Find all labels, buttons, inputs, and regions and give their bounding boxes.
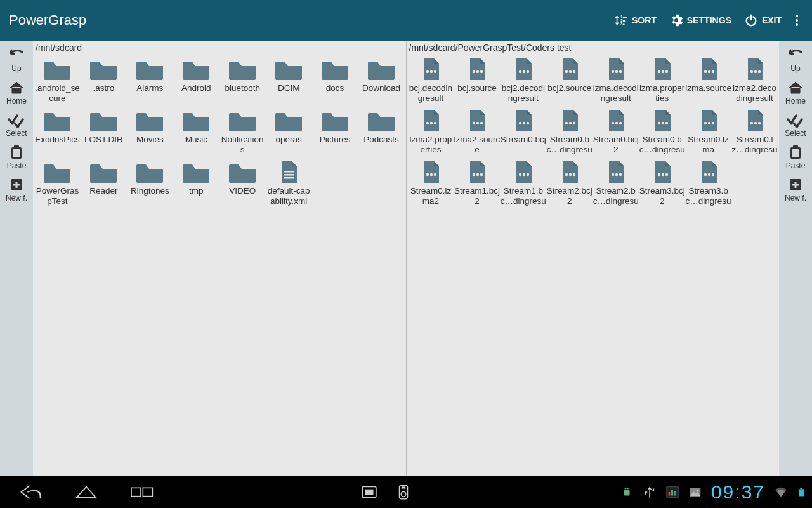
sidebar-label: New f. xyxy=(6,194,27,203)
folder-item[interactable]: Notifications xyxy=(219,105,266,157)
file-item[interactable]: Stream2.bc…dingresult xyxy=(593,157,639,208)
file-item[interactable]: Stream1.bcj2 xyxy=(454,157,500,208)
folder-item[interactable]: DCIM xyxy=(266,54,312,105)
item-label: lzma.source xyxy=(685,83,731,93)
sidebar-select-button[interactable]: Select xyxy=(0,109,33,142)
svg-point-59 xyxy=(665,122,667,124)
file-item[interactable]: bcj2.source xyxy=(546,54,593,105)
svg-point-49 xyxy=(523,122,525,124)
file-item[interactable]: Stream0.lzma xyxy=(685,105,731,157)
file-item[interactable]: lzma.decodingresult xyxy=(593,54,639,105)
file-item[interactable]: Stream0.bc…dingresult xyxy=(639,105,685,157)
item-label: bluetooth xyxy=(219,83,266,93)
item-label: operas xyxy=(266,135,312,145)
file-item[interactable]: Stream0.bcj2 xyxy=(593,105,639,157)
file-item[interactable]: Stream3.bcj2 xyxy=(639,157,685,208)
file-item[interactable]: lzma2.properties xyxy=(408,105,454,157)
file-item[interactable]: Stream3.bc…dingresult xyxy=(685,157,731,208)
folder-item[interactable]: .astro xyxy=(81,54,127,105)
folder-icon xyxy=(318,107,352,135)
folder-item[interactable]: VIDEO xyxy=(219,157,266,208)
screenshot-icon[interactable] xyxy=(361,484,377,500)
folder-item[interactable]: Download xyxy=(358,54,405,105)
svg-rect-98 xyxy=(624,490,629,495)
file-item[interactable]: bcj.source xyxy=(454,54,500,105)
folder-item[interactable]: Ringtones xyxy=(127,157,173,208)
right-grid: bcj.decodingresultbcj.sourcebcj2.decodin… xyxy=(407,54,780,476)
folder-item[interactable]: .android_secure xyxy=(34,54,81,105)
settings-button[interactable]: SETTINGS xyxy=(663,10,738,31)
file-item[interactable]: Stream1.bc…dingresult xyxy=(500,157,546,208)
folder-item[interactable]: PowerGraspTest xyxy=(34,157,81,208)
file-item[interactable]: Stream0.bcj xyxy=(500,105,546,157)
left-grid: .android_secure.astroAlarmsAndroidblueto… xyxy=(33,54,406,476)
svg-point-96 xyxy=(402,491,407,497)
file-item[interactable]: lzma.source xyxy=(685,54,731,105)
sidebar-select-button[interactable]: Select xyxy=(779,109,812,142)
sidebar-label: Paste xyxy=(7,161,27,170)
svg-point-32 xyxy=(619,70,622,73)
exit-button[interactable]: EXIT xyxy=(738,10,788,31)
svg-point-58 xyxy=(661,122,664,124)
svg-point-65 xyxy=(757,122,760,124)
sidebar-paste-button[interactable]: Paste xyxy=(0,142,33,174)
folder-item[interactable]: Music xyxy=(173,105,219,157)
gear-icon xyxy=(669,13,683,27)
folder-item[interactable]: Podcasts xyxy=(358,105,405,157)
folder-item[interactable]: Android xyxy=(173,54,219,105)
select-icon xyxy=(7,112,26,128)
file-item[interactable]: bcj.decodingresult xyxy=(408,54,454,105)
item-label: .android_secure xyxy=(34,83,81,103)
home-nav-icon[interactable] xyxy=(74,483,99,501)
back-nav-icon[interactable] xyxy=(19,483,44,501)
file-item[interactable]: lzma2.source xyxy=(454,105,500,157)
file-item[interactable]: Stream2.bcj2 xyxy=(546,157,593,208)
file-item[interactable]: default-capability.xml xyxy=(266,157,312,208)
sidebar-home-button[interactable]: Home xyxy=(0,77,33,109)
svg-point-46 xyxy=(476,122,479,124)
sidebar-up-button[interactable]: Up xyxy=(0,44,33,77)
folder-item[interactable]: operas xyxy=(266,105,312,157)
file-item[interactable]: Stream0.lz…dingresult xyxy=(731,105,778,157)
svg-point-54 xyxy=(612,122,614,124)
svg-point-36 xyxy=(704,70,706,73)
folder-item[interactable]: Alarms xyxy=(127,54,173,105)
file-item[interactable]: Stream0.lzma2 xyxy=(408,157,454,208)
svg-point-78 xyxy=(612,173,614,176)
item-label: .astro xyxy=(81,83,127,93)
sort-button[interactable]: 1 2 3 SORT xyxy=(608,10,663,31)
svg-point-71 xyxy=(480,173,483,176)
new-file-icon xyxy=(7,177,26,193)
folder-item[interactable]: Pictures xyxy=(312,105,358,157)
folder-item[interactable]: Movies xyxy=(127,105,173,157)
svg-point-44 xyxy=(434,122,436,124)
folder-item[interactable]: docs xyxy=(312,54,358,105)
binary-file-icon xyxy=(691,107,726,135)
item-label: bcj2.decodingresult xyxy=(500,83,546,103)
file-item[interactable]: lzma.properties xyxy=(639,54,685,105)
home-icon xyxy=(786,79,805,96)
file-item[interactable]: bcj2.decodingresult xyxy=(500,54,546,105)
up-arrow-icon xyxy=(786,47,805,64)
svg-point-61 xyxy=(707,122,710,124)
sidebar-up-button[interactable]: Up xyxy=(779,44,812,77)
android-debug-icon xyxy=(620,485,634,499)
folder-icon xyxy=(225,158,259,186)
folder-item[interactable]: ExodusPics xyxy=(34,105,81,157)
sidebar-label: New f. xyxy=(785,194,806,203)
file-item[interactable]: Stream0.bc…dingresult xyxy=(546,105,593,157)
svg-rect-17 xyxy=(284,177,294,179)
sidebar-home-button[interactable]: Home xyxy=(779,77,812,109)
sidebar-newf-button[interactable]: New f. xyxy=(0,174,33,206)
overflow-menu-button[interactable] xyxy=(790,11,803,30)
media-icon[interactable] xyxy=(395,484,412,500)
recent-nav-icon[interactable] xyxy=(128,483,154,501)
sidebar-paste-button[interactable]: Paste xyxy=(779,142,812,174)
folder-item[interactable]: bluetooth xyxy=(219,54,266,105)
folder-item[interactable]: Reader xyxy=(81,157,127,208)
sidebar-newf-button[interactable]: New f. xyxy=(779,174,812,206)
folder-icon xyxy=(86,158,121,186)
folder-item[interactable]: LOST.DIR xyxy=(81,105,127,157)
file-item[interactable]: lzma2.decodingresult xyxy=(731,54,778,105)
folder-item[interactable]: tmp xyxy=(173,157,219,208)
